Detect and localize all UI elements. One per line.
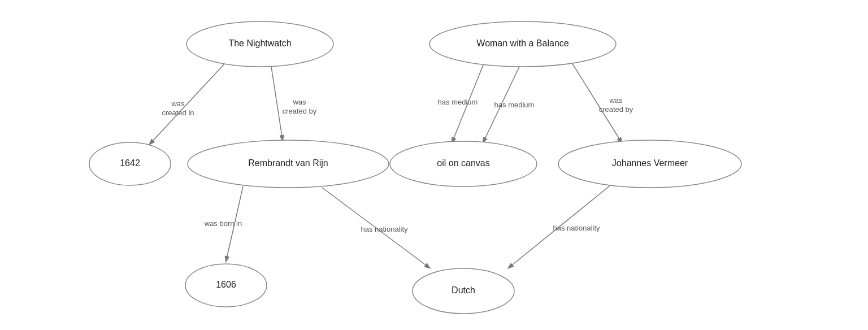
edge-label-nationality-vermeer: has nationality	[553, 224, 600, 232]
node-rembrandt-label: Rembrandt van Rijn	[248, 158, 328, 168]
node-1606-label: 1606	[216, 280, 236, 289]
edge-label-medium-right: has medium	[494, 101, 535, 109]
node-woman-balance-label: Woman with a Balance	[476, 38, 568, 48]
node-nightwatch-label: The Nightwatch	[228, 38, 291, 48]
edge-label-created-by-rembrandt: was	[292, 98, 306, 106]
node-dutch-label: Dutch	[452, 285, 475, 295]
edge-nightwatch-rembrandt	[271, 67, 283, 140]
edge-label-created-by-rembrandt2: created by	[283, 107, 317, 115]
edge-label-medium-left: has medium	[438, 98, 478, 106]
edge-label-born-in: was born in	[204, 219, 242, 228]
edge-label-created-in2: created in	[162, 108, 194, 117]
edge-label-created-in: was	[171, 99, 185, 108]
edge-label-created-by-vermeer2: created by	[599, 105, 633, 114]
edge-label-created-by-vermeer: was	[609, 96, 623, 105]
edge-label-nationality-rembrandt: has nationality	[361, 225, 408, 233]
edge-nightwatch-1642	[150, 62, 226, 144]
node-vermeer-label: Johannes Vermeer	[612, 158, 688, 168]
node-oil-canvas-label: oil on canvas	[437, 158, 489, 168]
node-1642-label: 1642	[120, 158, 140, 168]
